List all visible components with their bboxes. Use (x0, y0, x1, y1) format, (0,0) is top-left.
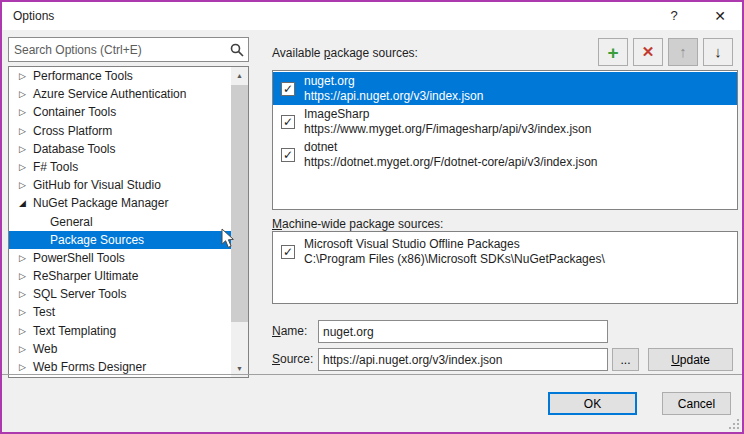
source-checkbox[interactable]: ✓ (281, 115, 295, 129)
chevron-right-icon: ▷ (19, 267, 33, 285)
add-source-button[interactable]: + (598, 38, 628, 66)
options-tree: ▷Performance Tools ▷Azure Service Authen… (8, 66, 249, 378)
chevron-right-icon: ▷ (19, 122, 33, 140)
move-down-button[interactable]: ↓ (703, 38, 733, 66)
sidebar-item-package-sources[interactable]: Package Sources (9, 231, 231, 249)
sidebar-item-performance-tools[interactable]: ▷Performance Tools (9, 67, 231, 85)
sidebar-item-web-performance-test-tools[interactable]: ▷Web Performance Test Tools (9, 376, 231, 377)
ok-button[interactable]: OK (548, 392, 637, 415)
scrollbar-thumb[interactable] (231, 85, 248, 322)
sidebar-item-text-templating[interactable]: ▷Text Templating (9, 322, 231, 340)
source-checkbox[interactable]: ✓ (281, 245, 295, 259)
close-button[interactable]: ✕ (706, 2, 734, 30)
sidebar-item-container-tools[interactable]: ▷Container Tools (9, 103, 231, 121)
help-button[interactable]: ? (660, 2, 688, 30)
package-sources-list: ✓ nuget.orghttps://api.nuget.org/v3/inde… (272, 70, 738, 210)
source-checkbox[interactable]: ✓ (281, 82, 295, 96)
titlebar: Options ? ✕ (2, 2, 742, 30)
update-button[interactable]: Update (648, 348, 733, 371)
source-row-dotnet[interactable]: ✓ dotnethttps://dotnet.myget.org/F/dotne… (273, 138, 737, 171)
sidebar-item-sql-server-tools[interactable]: ▷SQL Server Tools (9, 285, 231, 303)
chevron-right-icon: ▷ (19, 85, 33, 103)
sidebar-item-nuget-package-manager[interactable]: ◢NuGet Package Manager (9, 194, 231, 212)
name-label: Name: (272, 324, 307, 338)
search-icon (230, 43, 244, 57)
window-title: Options (13, 2, 54, 30)
chevron-right-icon: ▷ (19, 158, 33, 176)
chevron-right-icon: ▷ (19, 67, 33, 85)
chevron-right-icon: ▷ (19, 285, 33, 303)
sidebar-item-azure-service-authentication[interactable]: ▷Azure Service Authentication (9, 85, 231, 103)
footer-separator (2, 374, 742, 375)
source-label: Source: (272, 352, 313, 366)
source-row-imagesharp[interactable]: ✓ ImageSharphttps://www.myget.org/F/imag… (273, 105, 737, 138)
source-checkbox[interactable]: ✓ (281, 148, 295, 162)
scroll-up-icon[interactable]: ▲ (231, 67, 248, 84)
move-up-button[interactable]: ↑ (668, 38, 698, 66)
chevron-right-icon: ▷ (19, 322, 33, 340)
browse-button[interactable]: ... (612, 348, 639, 371)
chevron-right-icon: ▷ (19, 103, 33, 121)
name-input[interactable] (318, 320, 608, 343)
resize-grip[interactable] (727, 417, 739, 429)
source-row-offline-packages[interactable]: ✓ Microsoft Visual Studio Offline Packag… (273, 235, 737, 268)
source-input[interactable] (318, 348, 608, 371)
remove-source-button[interactable]: ✕ (633, 38, 663, 66)
available-sources-label: Available package sources: (272, 46, 418, 60)
sidebar-item-general[interactable]: General (9, 213, 231, 231)
chevron-right-icon: ▷ (19, 140, 33, 158)
chevron-right-icon: ▷ (19, 249, 33, 267)
search-input[interactable] (8, 37, 249, 62)
sidebar-item-github-for-visual-studio[interactable]: ▷GitHub for Visual Studio (9, 176, 231, 194)
chevron-right-icon: ▷ (19, 176, 33, 194)
tree-scrollbar[interactable]: ▲ ▼ (231, 67, 248, 377)
sidebar-item-database-tools[interactable]: ▷Database Tools (9, 140, 231, 158)
options-dialog: Options ? ✕ ▷Performance Tools ▷Azure Se… (0, 0, 744, 434)
sidebar-item-powershell-tools[interactable]: ▷PowerShell Tools (9, 249, 231, 267)
chevron-expanded-icon: ◢ (19, 194, 33, 212)
sidebar-item-fsharp-tools[interactable]: ▷F# Tools (9, 158, 231, 176)
sidebar-item-web[interactable]: ▷Web (9, 340, 231, 358)
source-row-nuget-org[interactable]: ✓ nuget.orghttps://api.nuget.org/v3/inde… (273, 72, 737, 105)
cancel-button[interactable]: Cancel (662, 392, 731, 415)
machine-wide-sources-list: ✓ Microsoft Visual Studio Offline Packag… (272, 231, 738, 304)
sidebar-item-resharper-ultimate[interactable]: ▷ReSharper Ultimate (9, 267, 231, 285)
chevron-right-icon: ▷ (19, 303, 33, 321)
tree-rows: ▷Performance Tools ▷Azure Service Authen… (9, 67, 231, 377)
sidebar-item-test[interactable]: ▷Test (9, 303, 231, 321)
machine-wide-sources-label: Machine-wide package sources: (272, 217, 443, 231)
chevron-right-icon: ▷ (19, 376, 33, 377)
sidebar-item-cross-platform[interactable]: ▷Cross Platform (9, 122, 231, 140)
chevron-right-icon: ▷ (19, 340, 33, 358)
